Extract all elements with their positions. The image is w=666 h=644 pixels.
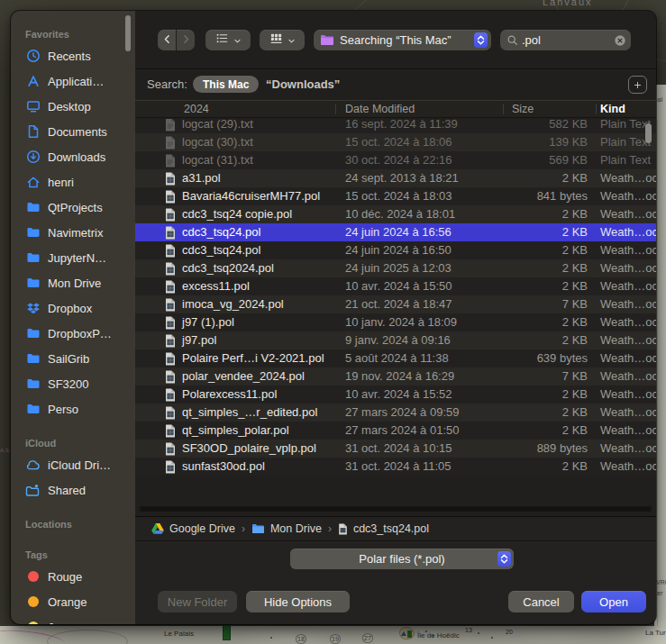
group-view-menu-button[interactable]	[260, 30, 305, 50]
sidebar-item-rouge[interactable]: Rouge	[25, 564, 135, 589]
hide-options-button[interactable]: Hide Options	[246, 591, 350, 612]
sidebar-item-dropboxp[interactable]: DropboxP…	[25, 321, 135, 346]
open-button[interactable]: Open	[581, 591, 646, 612]
chevron-right-icon	[180, 32, 192, 49]
file-name: qt_simples_polar.pol	[182, 422, 289, 440]
file-row[interactable]: qt_simples_…r_edited.pol27 mars 2024 à 0…	[135, 404, 656, 422]
sidebar-item-downloads[interactable]: Downloads	[25, 144, 135, 169]
file-row[interactable]: cdc3_tsq24.pol24 juin 2024 à 16:562 KBWe…	[135, 223, 656, 241]
file-size: 7 KB	[562, 295, 588, 313]
column-header-date-modified[interactable]: Date Modified	[345, 103, 415, 115]
sidebar-item-shared[interactable]: Shared	[25, 477, 135, 503]
file-kind: Weath…ocu	[600, 385, 656, 404]
back-button[interactable]	[158, 30, 176, 50]
sidebar-item-jupytern[interactable]: JupyterN…	[25, 245, 135, 270]
sidebar-item-label: Rouge	[48, 570, 82, 584]
add-criteria-button[interactable]	[628, 76, 647, 94]
file-date-modified: 30 oct. 2024 à 22:16	[345, 151, 452, 169]
pol-file-icon	[165, 406, 176, 420]
sidebar-item-label: Recents	[48, 50, 91, 63]
vertical-scrollbar-thumb[interactable]	[645, 123, 652, 143]
file-format-dropdown[interactable]: Polar files (*.pol)	[290, 549, 514, 569]
sidebar-item-label: Mon Drive	[48, 277, 101, 290]
file-kind: Weath…ocu	[600, 404, 656, 422]
scope-this-mac-button[interactable]: This Mac	[193, 76, 259, 93]
sidebar-item-label: Applicati…	[48, 75, 104, 88]
file-row[interactable]: excess11.pol10 avr. 2024 à 15:502 KBWeat…	[135, 277, 656, 295]
pol-file-icon	[165, 370, 176, 384]
search-icon	[506, 34, 518, 46]
new-folder-button[interactable]: New Folder	[158, 591, 237, 612]
file-date-modified: 15 oct. 2024 à 18:06	[345, 133, 452, 151]
map-label-hoedic: Île de Hoëdic	[417, 631, 460, 639]
file-date-modified: 27 mars 2024 à 01:50	[345, 422, 459, 440]
breadcrumb-item[interactable]: cdc3_tsq24.pol	[338, 522, 429, 535]
horizontal-scrollbar[interactable]	[139, 505, 652, 512]
clear-search-icon[interactable]	[614, 34, 626, 47]
sidebar-item-sailgrib[interactable]: SailGrib	[25, 346, 135, 371]
file-row[interactable]: cdc3_tsq24 copie.pol10 déc. 2024 à 18:01…	[135, 205, 656, 223]
file-row[interactable]: j97 (1).pol10 janv. 2024 à 18:092 KBWeat…	[135, 313, 656, 331]
file-row[interactable]: Polaire Perf…i V2-2021.pol5 août 2024 à …	[135, 349, 656, 367]
list-view-icon	[215, 32, 229, 49]
file-row[interactable]: Polarexcess11.pol10 avr. 2024 à 15:522 K…	[135, 385, 656, 404]
file-row[interactable]: polar_vendee_2024.pol19 nov. 2024 à 16:2…	[135, 367, 656, 385]
forward-button[interactable]	[177, 30, 195, 50]
file-row[interactable]: qt_simples_polar.pol27 mars 2024 à 01:50…	[135, 422, 656, 440]
file-size: 2 KB	[562, 259, 588, 277]
breadcrumb-item[interactable]: Mon Drive	[251, 522, 322, 535]
sidebar-item-dropbox[interactable]: Dropbox	[25, 295, 135, 321]
file-size: 2 KB	[562, 458, 588, 476]
file-row[interactable]: a31.pol24 sept. 2013 à 18:212 KBWeath…oc…	[135, 169, 656, 187]
column-header-kind[interactable]: Kind	[600, 103, 625, 115]
sidebar-item-label: Downloads	[48, 150, 105, 164]
file-row[interactable]: logcat (29).txt16 sept. 2024 à 11:39582 …	[135, 119, 656, 133]
breadcrumb-item[interactable]: Google Drive	[151, 522, 235, 535]
column-header-name[interactable]: 2024	[184, 103, 209, 115]
sidebar-item-label: Perso	[48, 403, 78, 416]
sidebar-section-header: Locations	[25, 515, 135, 533]
sidebar-item-henri[interactable]: henri	[25, 169, 135, 195]
list-view-menu-button[interactable]	[205, 30, 251, 50]
sidebar-item-qtprojects[interactable]: QtProjects	[25, 195, 135, 220]
file-row[interactable]: j97.pol9 janv. 2024 à 09:162 KBWeath…ocu	[135, 331, 656, 349]
sidebar-item-mon-drive[interactable]: Mon Drive	[25, 270, 135, 295]
file-row[interactable]: logcat (31).txt30 oct. 2024 à 22:16569 K…	[135, 151, 656, 169]
sidebar-item-perso[interactable]: Perso	[25, 396, 135, 422]
tag-icon	[25, 620, 41, 625]
location-dropdown[interactable]: Searching “This Mac”	[314, 30, 491, 50]
map-contour	[47, 630, 128, 644]
sidebar-item-navimetrix[interactable]: Navimetrix	[25, 220, 135, 245]
sidebar-item-applicati[interactable]: Applicati…	[25, 68, 135, 94]
file-name: cdc3_tsq24.pol	[182, 241, 260, 259]
appstore-icon	[25, 74, 41, 89]
file-row[interactable]: imoca_vg_2024.pol21 oct. 2024 à 18:477 K…	[135, 295, 656, 313]
file-row[interactable]: cdc3_tsq24.pol24 juin 2024 à 16:502 KBWe…	[135, 241, 656, 259]
file-row[interactable]: logcat (30).txt15 oct. 2024 à 18:06139 K…	[135, 133, 656, 151]
file-row[interactable]: cdc3_tsq2024.pol24 juin 2025 à 12:032 KB…	[135, 259, 656, 277]
search-input[interactable]	[522, 33, 610, 47]
desktop-icon	[25, 99, 41, 114]
sidebar-item-jaune[interactable]: Jaune	[25, 614, 135, 624]
map-label: er	[657, 590, 662, 596]
sidebar-item-orange[interactable]: Orange	[25, 589, 135, 614]
map-beacon	[223, 625, 231, 640]
chevron-left-icon	[161, 32, 173, 49]
breadcrumb-separator: ›	[241, 522, 246, 535]
sidebar-item-recents[interactable]: Recents	[25, 43, 135, 68]
sidebar-item-documents[interactable]: Documents	[25, 119, 135, 144]
sidebar-item-label: Dropbox	[48, 302, 92, 315]
file-row[interactable]: Bavaria46cruiserMH77.pol15 oct. 2024 à 1…	[135, 187, 656, 205]
pol-file-icon	[165, 334, 176, 348]
file-row[interactable]: SF30OD_polaire_vplp.pol31 oct. 2024 à 10…	[135, 440, 656, 458]
sidebar-item-sf3200[interactable]: SF3200	[25, 371, 135, 396]
sidebar-item-icloud-dri[interactable]: iCloud Dri…	[25, 452, 135, 477]
sidebar-item-desktop[interactable]: Desktop	[25, 94, 135, 119]
search-field[interactable]	[500, 30, 631, 50]
column-header-size[interactable]: Size	[512, 103, 534, 115]
sidebar-scrollbar-thumb[interactable]	[125, 15, 131, 51]
cancel-button[interactable]: Cancel	[508, 591, 574, 612]
sidebar-item-label: Shared	[48, 484, 86, 497]
file-row[interactable]: sunfast30od.pol31 oct. 2024 à 11:052 KBW…	[135, 458, 656, 476]
pol-file-icon	[165, 244, 176, 258]
